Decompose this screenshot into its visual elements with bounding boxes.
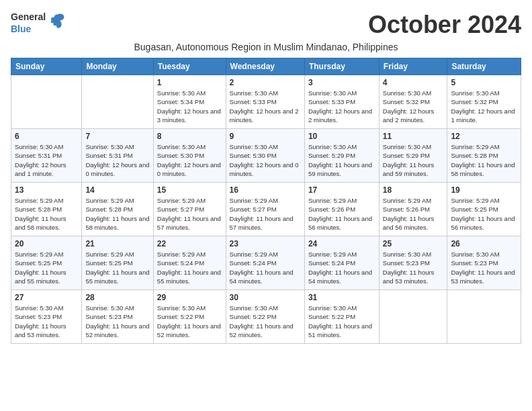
day-info: Sunrise: 5:30 AMSunset: 5:31 PMDaylight:… [15,142,78,178]
day-info: Sunrise: 5:30 AMSunset: 5:23 PMDaylight:… [383,250,444,285]
calendar-table: SundayMondayTuesdayWednesdayThursdayFrid… [11,58,521,344]
day-info: Sunrise: 5:30 AMSunset: 5:34 PMDaylight:… [157,89,222,124]
day-info: Sunrise: 5:30 AMSunset: 5:23 PMDaylight:… [85,304,149,339]
day-number: 6 [15,132,78,141]
day-info: Sunrise: 5:29 AMSunset: 5:25 PMDaylight:… [451,196,517,232]
logo: General Blue [11,11,67,35]
day-info: Sunrise: 5:30 AMSunset: 5:32 PMDaylight:… [383,89,444,124]
calendar-cell: 17Sunrise: 5:29 AMSunset: 5:26 PMDayligh… [304,183,379,236]
day-info: Sunrise: 5:30 AMSunset: 5:22 PMDaylight:… [308,304,375,339]
calendar-week-row: 27Sunrise: 5:30 AMSunset: 5:23 PMDayligh… [11,290,521,344]
header-sunday: Sunday [11,58,82,75]
calendar-cell: 11Sunrise: 5:30 AMSunset: 5:29 PMDayligh… [379,129,447,183]
day-info: Sunrise: 5:30 AMSunset: 5:29 PMDaylight:… [308,142,375,178]
calendar-cell: 27Sunrise: 5:30 AMSunset: 5:23 PMDayligh… [11,290,82,344]
day-number: 5 [451,78,517,87]
logo-general: General [11,11,46,22]
day-number: 20 [15,239,78,248]
calendar-cell [379,290,447,344]
day-info: Sunrise: 5:29 AMSunset: 5:25 PMDaylight:… [85,250,149,285]
day-info: Sunrise: 5:30 AMSunset: 5:22 PMDaylight:… [230,304,301,339]
day-info: Sunrise: 5:29 AMSunset: 5:25 PMDaylight:… [15,250,78,285]
calendar-cell: 15Sunrise: 5:29 AMSunset: 5:27 PMDayligh… [153,183,226,236]
day-info: Sunrise: 5:29 AMSunset: 5:24 PMDaylight:… [157,250,222,285]
calendar-week-row: 13Sunrise: 5:29 AMSunset: 5:28 PMDayligh… [11,183,521,236]
day-number: 17 [308,185,375,195]
day-info: Sunrise: 5:29 AMSunset: 5:27 PMDaylight:… [157,196,222,232]
day-info: Sunrise: 5:30 AMSunset: 5:30 PMDaylight:… [230,142,301,178]
calendar-cell: 2Sunrise: 5:30 AMSunset: 5:33 PMDaylight… [226,75,304,129]
day-number: 7 [85,132,149,141]
calendar-cell: 26Sunrise: 5:30 AMSunset: 5:23 PMDayligh… [447,236,521,290]
calendar-cell: 6Sunrise: 5:30 AMSunset: 5:31 PMDaylight… [11,129,82,183]
day-number: 27 [15,293,78,302]
calendar-cell: 14Sunrise: 5:29 AMSunset: 5:28 PMDayligh… [82,183,153,236]
day-number: 12 [451,132,517,141]
header-friday: Friday [379,58,447,75]
day-info: Sunrise: 5:30 AMSunset: 5:31 PMDaylight:… [85,142,149,178]
calendar-cell: 23Sunrise: 5:29 AMSunset: 5:24 PMDayligh… [226,236,304,290]
day-number: 23 [230,239,301,248]
calendar-cell: 13Sunrise: 5:29 AMSunset: 5:28 PMDayligh… [11,183,82,236]
calendar-cell: 30Sunrise: 5:30 AMSunset: 5:22 PMDayligh… [226,290,304,344]
calendar-cell: 9Sunrise: 5:30 AMSunset: 5:30 PMDaylight… [226,129,304,183]
calendar-week-row: 1Sunrise: 5:30 AMSunset: 5:34 PMDaylight… [11,75,521,129]
day-info: Sunrise: 5:30 AMSunset: 5:29 PMDaylight:… [383,142,444,178]
page-header: General Blue October 2024 [11,11,521,39]
day-number: 28 [85,293,149,302]
day-info: Sunrise: 5:29 AMSunset: 5:28 PMDaylight:… [85,196,149,232]
day-number: 11 [383,132,444,141]
day-number: 10 [308,132,375,141]
calendar-cell: 12Sunrise: 5:29 AMSunset: 5:28 PMDayligh… [447,129,521,183]
day-number: 22 [157,239,222,248]
day-info: Sunrise: 5:29 AMSunset: 5:26 PMDaylight:… [383,196,444,232]
day-number: 9 [230,132,301,141]
calendar-cell: 19Sunrise: 5:29 AMSunset: 5:25 PMDayligh… [447,183,521,236]
day-info: Sunrise: 5:30 AMSunset: 5:30 PMDaylight:… [157,142,222,178]
page-subtitle: Bugasan, Autonomous Region in Muslim Min… [11,42,521,52]
calendar-header-row: SundayMondayTuesdayWednesdayThursdayFrid… [11,58,521,75]
day-number: 19 [451,185,517,195]
calendar-cell: 7Sunrise: 5:30 AMSunset: 5:31 PMDaylight… [82,129,153,183]
day-number: 14 [85,185,149,195]
day-number: 29 [157,293,222,302]
day-info: Sunrise: 5:30 AMSunset: 5:33 PMDaylight:… [308,89,375,124]
header-saturday: Saturday [447,58,521,75]
day-number: 8 [157,132,222,141]
day-info: Sunrise: 5:29 AMSunset: 5:27 PMDaylight:… [230,196,301,232]
day-number: 30 [230,293,301,302]
day-number: 21 [85,239,149,248]
calendar-cell: 22Sunrise: 5:29 AMSunset: 5:24 PMDayligh… [153,236,226,290]
day-number: 16 [230,185,301,195]
calendar-cell [11,75,82,129]
day-number: 18 [383,185,444,195]
calendar-cell [82,75,153,129]
day-number: 15 [157,185,222,195]
day-number: 1 [157,78,222,87]
calendar-cell: 21Sunrise: 5:29 AMSunset: 5:25 PMDayligh… [82,236,153,290]
day-info: Sunrise: 5:29 AMSunset: 5:28 PMDaylight:… [451,142,517,178]
logo-blue: Blue [11,24,31,34]
month-title: October 2024 [368,11,521,39]
day-info: Sunrise: 5:30 AMSunset: 5:23 PMDaylight:… [15,304,78,339]
day-number: 4 [383,78,444,87]
day-info: Sunrise: 5:30 AMSunset: 5:32 PMDaylight:… [451,89,517,124]
calendar-cell: 20Sunrise: 5:29 AMSunset: 5:25 PMDayligh… [11,236,82,290]
logo-text: General Blue [11,11,67,35]
day-info: Sunrise: 5:29 AMSunset: 5:24 PMDaylight:… [308,250,375,285]
day-info: Sunrise: 5:29 AMSunset: 5:28 PMDaylight:… [15,196,78,232]
calendar-cell: 3Sunrise: 5:30 AMSunset: 5:33 PMDaylight… [304,75,379,129]
calendar-week-row: 6Sunrise: 5:30 AMSunset: 5:31 PMDaylight… [11,129,521,183]
day-number: 3 [308,78,375,87]
header-wednesday: Wednesday [226,58,304,75]
calendar-cell: 4Sunrise: 5:30 AMSunset: 5:32 PMDaylight… [379,75,447,129]
calendar-cell: 8Sunrise: 5:30 AMSunset: 5:30 PMDaylight… [153,129,226,183]
day-number: 2 [230,78,301,87]
calendar-cell: 24Sunrise: 5:29 AMSunset: 5:24 PMDayligh… [304,236,379,290]
calendar-cell: 1Sunrise: 5:30 AMSunset: 5:34 PMDaylight… [153,75,226,129]
bird-icon [48,11,67,33]
day-number: 25 [383,239,444,248]
day-info: Sunrise: 5:29 AMSunset: 5:24 PMDaylight:… [230,250,301,285]
day-number: 24 [308,239,375,248]
day-info: Sunrise: 5:30 AMSunset: 5:23 PMDaylight:… [451,250,517,285]
